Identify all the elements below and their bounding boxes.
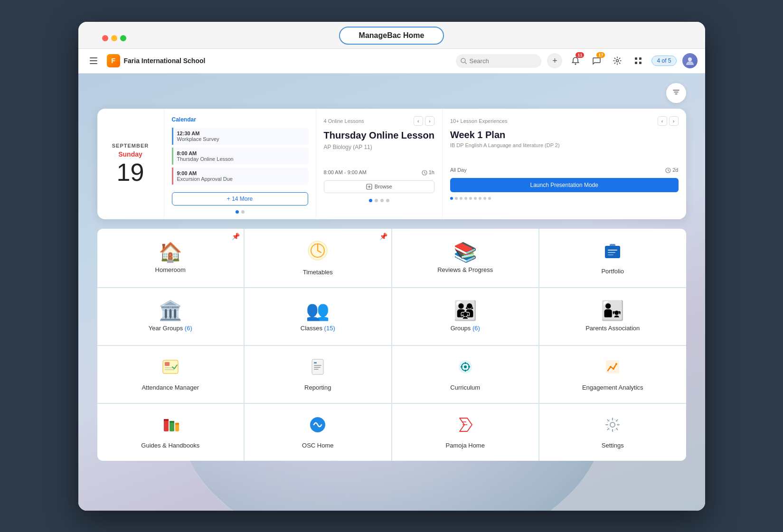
lesson-prev-button[interactable]: ‹ — [414, 116, 423, 126]
lesson-title: Thursday Online Lesson — [324, 130, 434, 141]
svg-point-38 — [464, 365, 467, 368]
pamoja-label: Pamoja Home — [446, 442, 485, 449]
week-time-row: All Day 2d — [450, 167, 679, 173]
week-time-label: All Day — [450, 167, 467, 173]
settings-card-label: Settings — [602, 442, 624, 449]
grid-card-attendance[interactable]: Attendance Manager — [97, 346, 244, 403]
lesson-card-header: 4 Online Lessons ‹ › — [324, 116, 434, 126]
pamoja-icon — [456, 415, 475, 437]
top-cards: SEPTEMBER Sunday 19 Calendar 12:30 AM Wo… — [97, 109, 686, 219]
messages-button[interactable]: 17 — [589, 53, 604, 68]
grid-card-osc[interactable]: OSC Home — [245, 404, 391, 461]
event-title: Thursday Online Lesson — [177, 156, 304, 162]
launch-presentation-button[interactable]: Launch Presentation Mode — [450, 178, 679, 192]
week-duration: 2d — [665, 167, 678, 173]
svg-rect-33 — [314, 365, 321, 366]
avatar[interactable] — [682, 53, 698, 68]
grid-card-classes[interactable]: 👥 Classes (15) — [245, 288, 391, 345]
event-time: 8:00 AM — [177, 150, 304, 156]
window-title: ManageBac Home — [339, 27, 444, 45]
lesson-card: 4 Online Lessons ‹ › Thursday Online Les… — [316, 109, 442, 219]
apps-button[interactable] — [631, 53, 646, 68]
dot-2 — [241, 210, 245, 214]
calendar-day-number: 19 — [117, 160, 144, 185]
add-button[interactable]: + — [547, 53, 562, 68]
notifications-badge: 11 — [575, 52, 584, 58]
calendar-month: SEPTEMBER — [112, 143, 149, 149]
grid-card-engagement[interactable]: Engagement Analytics — [539, 346, 686, 403]
engagement-label: Engagement Analytics — [582, 384, 643, 391]
svg-rect-0 — [90, 57, 97, 58]
content-wrapper: SEPTEMBER Sunday 19 Calendar 12:30 AM Wo… — [97, 83, 686, 461]
groups-label: Groups (6) — [451, 325, 480, 332]
grid-card-timetables[interactable]: 📌 Timetables — [245, 229, 391, 287]
calendar-more-button[interactable]: + 14 More — [172, 192, 308, 205]
reporting-label: Reporting — [304, 384, 331, 391]
svg-rect-25 — [608, 252, 615, 253]
grid-card-pamoja[interactable]: Pamoja Home — [392, 404, 539, 461]
grid-card-portfolio[interactable]: Portfolio — [539, 229, 686, 287]
maximize-button[interactable] — [120, 35, 126, 41]
week-card-header: 10+ Lesson Experiences ‹ › — [450, 116, 679, 126]
curriculum-icon — [456, 357, 475, 379]
year-groups-label: Year Groups (6) — [149, 325, 192, 332]
reviews-icon: 📚 — [453, 243, 477, 261]
notifications-button[interactable]: 11 — [568, 53, 583, 68]
menu-button[interactable] — [86, 53, 101, 68]
guides-label: Guides & Handbooks — [141, 442, 199, 449]
calendar-date: SEPTEMBER Sunday 19 — [97, 109, 164, 219]
groups-icon: 👨‍👩‍👧 — [453, 301, 477, 320]
grid-card-year-groups[interactable]: 🏛️ Year Groups (6) — [97, 288, 244, 345]
close-button[interactable] — [102, 35, 108, 41]
calendar-event-approval[interactable]: 9:00 AM Excursion Approval Due — [172, 168, 308, 185]
osc-label: OSC Home — [302, 442, 333, 449]
user-count-badge[interactable]: 4 of 5 — [651, 56, 676, 66]
guides-icon — [161, 415, 180, 437]
curriculum-label: Curriculum — [450, 384, 480, 391]
parents-label: Parents Association — [585, 325, 640, 332]
reporting-icon — [308, 357, 327, 379]
svg-rect-48 — [164, 419, 169, 421]
attendance-label: Attendance Manager — [142, 384, 199, 391]
week-next-button[interactable]: › — [669, 116, 679, 126]
week-plan-card: 10+ Lesson Experiences ‹ › Week 1 Plan I… — [442, 109, 686, 219]
portfolio-icon — [603, 241, 622, 263]
svg-rect-23 — [610, 244, 615, 247]
event-time: 12:30 AM — [177, 131, 304, 136]
grid-card-groups[interactable]: 👨‍👩‍👧 Groups (6) — [392, 288, 539, 345]
homeroom-icon: 🏠 — [159, 243, 182, 261]
browse-button[interactable]: Browse — [324, 180, 434, 193]
sort-button[interactable] — [666, 83, 686, 103]
lesson-dot-4 — [386, 199, 389, 202]
search-input[interactable] — [456, 54, 541, 68]
grid-card-reporting[interactable]: Reporting — [245, 346, 391, 403]
calendar-events: Calendar 12:30 AM Workplace Survey 8:00 … — [164, 109, 316, 219]
grid-card-homeroom[interactable]: 📌 🏠 Homeroom — [97, 229, 244, 287]
week-prev-button[interactable]: ‹ — [658, 116, 667, 126]
svg-rect-50 — [170, 421, 174, 423]
calendar-event-survey[interactable]: 12:30 AM Workplace Survey — [172, 128, 308, 145]
attendance-icon — [161, 357, 180, 379]
grid-card-reviews[interactable]: 📚 Reviews & Progress — [392, 229, 539, 287]
svg-rect-2 — [90, 63, 97, 64]
browser-window: ManageBac Home F Faria International Sch… — [78, 22, 705, 511]
calendar-header: Calendar — [172, 116, 308, 123]
settings-nav-button[interactable] — [610, 53, 625, 68]
calendar-event-lesson[interactable]: 8:00 AM Thursday Online Lesson — [172, 148, 308, 165]
logo-icon: F — [107, 54, 120, 67]
lesson-next-button[interactable]: › — [425, 116, 434, 126]
grid-card-curriculum[interactable]: Curriculum — [392, 346, 539, 403]
calendar-day-name: Sunday — [118, 150, 142, 158]
svg-point-11 — [688, 57, 692, 61]
svg-point-56 — [610, 422, 615, 427]
minimize-button[interactable] — [111, 35, 117, 41]
school-logo: F Faria International School — [107, 54, 206, 67]
svg-rect-52 — [175, 423, 179, 425]
timetables-icon — [307, 240, 328, 264]
event-title: Excursion Approval Due — [177, 176, 304, 182]
grid-card-guides[interactable]: Guides & Handbooks — [97, 404, 244, 461]
grid-card-settings[interactable]: Settings — [539, 404, 686, 461]
grid-card-parents[interactable]: 👨‍👧 Parents Association — [539, 288, 686, 345]
svg-rect-7 — [635, 57, 637, 60]
week-card-nav: ‹ › — [658, 116, 679, 126]
